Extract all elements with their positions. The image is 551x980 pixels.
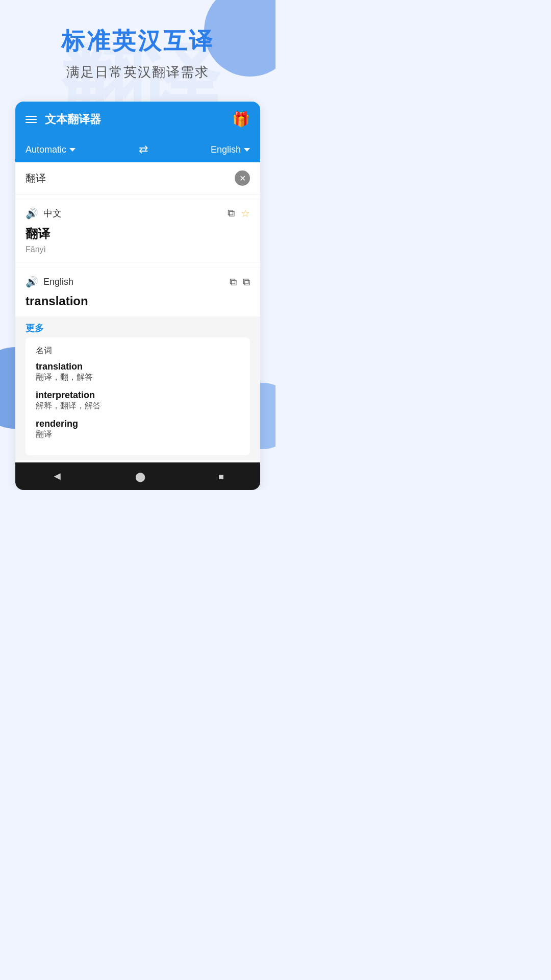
nav-recents-button[interactable] xyxy=(218,470,224,483)
target-lang-arrow-icon xyxy=(244,148,250,152)
definition-item-1: translation 翻译，翻，解答 xyxy=(36,361,240,383)
sub-title: 满足日常英汉翻译需求 xyxy=(15,63,260,81)
main-title: 标准英汉互译 xyxy=(15,26,260,57)
source-language-button[interactable]: Automatic xyxy=(26,144,76,155)
more-section: 更多 名词 translation 翻译，翻，解答 interpretation… xyxy=(15,317,260,460)
def-meaning-2: 解释，翻译，解答 xyxy=(36,401,240,411)
chinese-result-text: 翻译 xyxy=(26,226,250,242)
def-word-2: interpretation xyxy=(36,390,240,401)
english-result-section: 🔊 English ⧉ ⧉ translation xyxy=(15,267,260,317)
open-external-icon[interactable]: ⧉ xyxy=(230,276,237,288)
def-word-1: translation xyxy=(36,361,240,372)
def-meaning-3: 翻译 xyxy=(36,429,240,440)
english-lang-label: English xyxy=(43,277,73,287)
definition-category: 名词 xyxy=(36,346,240,356)
english-result-text: translation xyxy=(26,294,250,308)
menu-button[interactable] xyxy=(26,116,37,123)
app-topbar: 文本翻译器 🎁 xyxy=(15,102,260,137)
language-selector: Automatic ⇄ English xyxy=(15,137,260,162)
clear-button[interactable]: ✕ xyxy=(235,170,250,186)
input-section: 翻译 ✕ xyxy=(15,162,260,194)
more-label: 更多 xyxy=(26,322,250,334)
app-card: 文本翻译器 🎁 Automatic ⇄ English 翻译 ✕ xyxy=(15,102,260,490)
copy-chinese-icon[interactable]: ⧉ xyxy=(228,207,235,219)
bottom-navigation xyxy=(15,462,260,490)
definition-item-2: interpretation 解释，翻译，解答 xyxy=(36,390,240,411)
definition-item-3: rendering 翻译 xyxy=(36,419,240,440)
gift-icon[interactable]: 🎁 xyxy=(232,111,250,128)
def-meaning-1: 翻译，翻，解答 xyxy=(36,372,240,383)
chinese-result-section: 🔊 中文 ⧉ ☆ 翻译 Fānyì xyxy=(15,199,260,263)
chinese-speaker-icon[interactable]: 🔊 xyxy=(26,207,38,219)
nav-home-button[interactable] xyxy=(135,470,145,483)
input-text[interactable]: 翻译 xyxy=(26,172,46,185)
def-word-3: rendering xyxy=(36,419,240,429)
favorite-icon[interactable]: ☆ xyxy=(241,207,250,219)
swap-languages-button[interactable]: ⇄ xyxy=(139,143,148,156)
app-title: 文本翻译器 xyxy=(45,112,101,127)
definitions-card: 名词 translation 翻译，翻，解答 interpretation 解释… xyxy=(26,337,250,455)
pinyin-text: Fānyì xyxy=(26,245,250,254)
app-body: 翻译 ✕ 🔊 中文 ⧉ ☆ 翻译 Fānyì xyxy=(15,162,260,462)
english-speaker-icon[interactable]: 🔊 xyxy=(26,276,38,288)
nav-back-button[interactable] xyxy=(52,470,63,483)
target-language-button[interactable]: English xyxy=(211,144,250,155)
copy-english-icon[interactable]: ⧉ xyxy=(243,276,250,288)
source-lang-arrow-icon xyxy=(69,148,76,152)
chinese-lang-label: 中文 xyxy=(43,207,62,219)
